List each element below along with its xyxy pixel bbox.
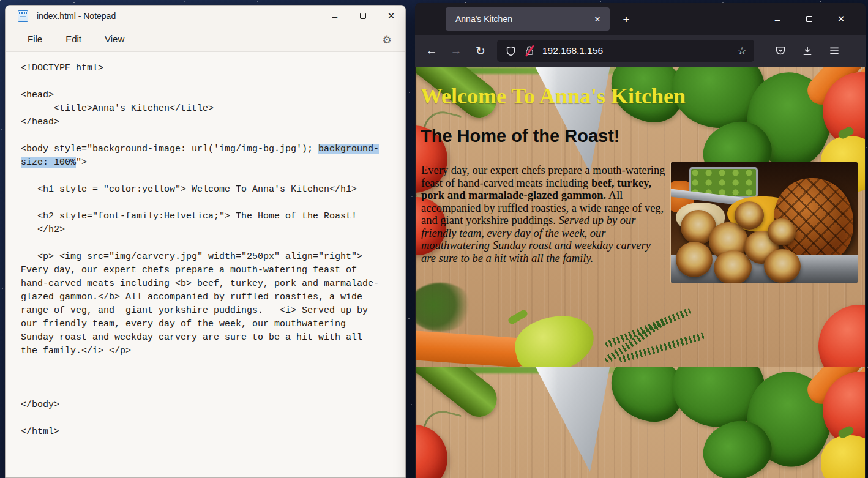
browser-maximize-button[interactable] <box>793 3 825 35</box>
page-subheading: The Home of the Roast! <box>421 126 619 146</box>
page-paragraph: Every day, our expert chefs prepare a mo… <box>421 164 668 264</box>
code-line <box>21 196 399 210</box>
browser-toolbar: ← → ↻ 192.168.1.156 ☆ <box>415 35 866 67</box>
code-line: <p> <img src="img/carvery.jpg" width="25… <box>21 250 399 264</box>
bookmark-star-icon[interactable]: ☆ <box>733 42 750 59</box>
code-line: range of veg, and giant yorkshire puddin… <box>21 304 399 318</box>
yorkshire-pudding <box>676 242 713 277</box>
code-line <box>21 129 399 143</box>
notepad-window-title: index.html - Notepad <box>37 11 116 21</box>
code-line: <title>Anna's Kitchen</title> <box>21 102 399 116</box>
notepad-menubar: File Edit View ⚙ <box>6 26 405 52</box>
reload-button[interactable]: ↻ <box>470 40 491 61</box>
notepad-minimize-button[interactable]: – <box>321 6 349 26</box>
code-line: <h2 style="font-family:Helvetica;"> The … <box>21 210 399 223</box>
hamburger-menu-icon[interactable] <box>824 40 845 61</box>
notepad-app-icon <box>18 10 28 22</box>
code-line: <head> <box>21 89 399 102</box>
code-line: <h1 style = "color:yellow"> Welcome To A… <box>21 183 399 196</box>
code-line <box>21 170 399 183</box>
pocket-icon[interactable] <box>770 40 791 61</box>
code-line: glazed gammon.</b> All accompanied by ru… <box>21 291 399 304</box>
code-line: Sunday roast and weekday carvery are sur… <box>21 331 399 345</box>
forward-button[interactable]: → <box>446 40 466 61</box>
selected-text: background- <box>318 144 379 154</box>
code-segment: <body style="background-image: url('img/… <box>21 144 318 154</box>
menu-file[interactable]: File <box>19 31 51 47</box>
webpage-content: Welcome To Anna's Kitchen The Home of th… <box>416 67 865 478</box>
settings-gear-icon[interactable]: ⚙ <box>378 31 395 48</box>
new-tab-button[interactable]: + <box>618 12 634 28</box>
code-line: </head> <box>21 116 399 129</box>
selected-text: size: 100% <box>21 157 76 168</box>
browser-tab-bar[interactable]: Anna's Kitchen ✕ + – ✕ <box>415 3 866 35</box>
menu-view[interactable]: View <box>96 31 133 47</box>
carvery-image <box>671 162 858 283</box>
tab-title: Anna's Kitchen <box>455 14 590 24</box>
tab-close-icon[interactable]: ✕ <box>590 12 605 26</box>
yorkshire-pudding <box>764 249 801 283</box>
url-text[interactable]: 192.168.1.156 <box>542 45 733 56</box>
browser-tab[interactable]: Anna's Kitchen ✕ <box>446 7 610 31</box>
code-line: Every day, our expert chefs prepare a mo… <box>21 264 399 277</box>
yorkshire-pudding <box>735 201 764 230</box>
code-line: <!DOCTYPE html> <box>21 62 399 75</box>
code-line: </body> <box>21 398 399 412</box>
code-line: size: 100%"> <box>21 156 399 170</box>
browser-minimize-button[interactable]: – <box>761 3 793 35</box>
maximize-icon <box>360 13 366 19</box>
notepad-text-area[interactable]: <!DOCTYPE html> <head> <title>Anna's Kit… <box>6 52 405 439</box>
code-line: </h2> <box>21 223 399 237</box>
downloads-icon[interactable] <box>797 40 818 61</box>
code-line: hand-carved meats including <b> beef, tu… <box>21 277 399 291</box>
menu-edit[interactable]: Edit <box>57 31 90 47</box>
notepad-window: index.html - Notepad – ✕ File Edit View … <box>5 5 406 478</box>
code-line <box>21 237 399 250</box>
back-button[interactable]: ← <box>421 40 442 61</box>
code-line <box>21 358 399 372</box>
notepad-titlebar[interactable]: index.html - Notepad – ✕ <box>6 6 405 26</box>
code-line: </html> <box>21 425 399 439</box>
code-line <box>21 412 399 425</box>
yorkshire-pudding <box>768 218 796 245</box>
maximize-icon <box>806 16 812 22</box>
code-line: <body style="background-image: url('img/… <box>21 143 399 156</box>
browser-close-button[interactable]: ✕ <box>825 3 857 35</box>
insecure-lock-icon[interactable] <box>524 45 535 56</box>
code-line: the family.</i> </p> <box>21 345 399 358</box>
browser-viewport: Welcome To Anna's Kitchen The Home of th… <box>416 67 865 478</box>
code-line <box>21 385 399 398</box>
browser-window: Anna's Kitchen ✕ + – ✕ ← → ↻ <box>415 3 866 478</box>
desktop-background: index.html - Notepad – ✕ File Edit View … <box>0 0 868 478</box>
code-line <box>21 75 399 89</box>
url-bar[interactable]: 192.168.1.156 ☆ <box>497 40 754 62</box>
notepad-maximize-button[interactable] <box>349 6 377 26</box>
notepad-close-button[interactable]: ✕ <box>377 6 405 26</box>
code-line: our friendly team, every day of the week… <box>21 318 399 331</box>
code-segment: "> <box>76 157 87 168</box>
tracking-protection-shield-icon[interactable] <box>505 45 517 57</box>
code-line <box>21 372 399 385</box>
desktop-stars <box>0 0 1 1</box>
page-heading: Welcome To Anna's Kitchen <box>421 83 686 109</box>
